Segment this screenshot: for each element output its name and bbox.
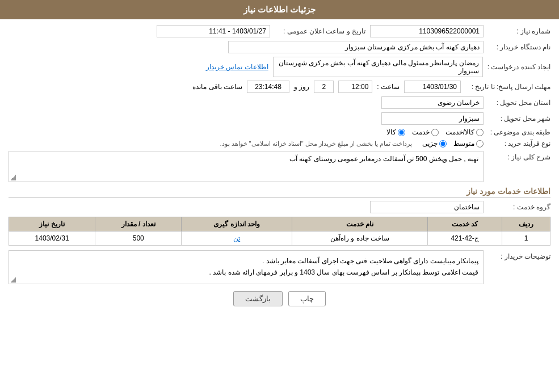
button-row: چاپ بازگشت: [9, 291, 550, 315]
col-vahed: واحد اندازه گیری: [182, 217, 292, 231]
col-tarikh: تاریخ نیاز: [9, 217, 95, 231]
mohlat-baqi-label: ساعت باقی مانده: [192, 83, 242, 91]
tabaqe-khedmat-label: خدمت: [412, 128, 430, 136]
shomara-niaz-label: شماره نیاز :: [488, 27, 550, 35]
mohlat-saat-label: ساعت :: [377, 83, 400, 91]
ijad-konande-label: ایجاد کننده درخواست :: [487, 63, 550, 71]
tosihaat-label: توضیحات خریدار :: [488, 250, 550, 260]
radio-kala[interactable]: کالا: [386, 128, 405, 136]
mohlat-saat: 12:00: [338, 81, 372, 93]
tabaqe-label: طبقه بندی موضوعی :: [488, 128, 550, 136]
nooe-farayand-label: نوع فرآیند خرید :: [488, 140, 550, 147]
table-row: 1ج-42-421ساخت جاده و راه‌آهنتن5001403/02…: [9, 231, 550, 246]
khadamat-section-title: اطلاعات خدمات مورد نیاز: [9, 187, 550, 198]
col-nam: نام خدمت: [292, 217, 428, 231]
nam-dastgah-label: نام دستگاه خریدار :: [488, 43, 550, 51]
mohlat-baqi: 23:14:48: [247, 81, 289, 93]
sharh-value: تهیه , حمل وپخش 500 تن آسفالت درمعابر عم…: [9, 151, 484, 182]
tarikh-label: تاریخ و ساعت اعلان عمومی :: [275, 27, 365, 35]
radio-khedmat[interactable]: خدمت: [412, 128, 439, 136]
ostan-label: استان محل تحویل :: [488, 99, 550, 107]
sharh-label: شرح کلی نیاز :: [488, 151, 550, 161]
tosihaat-value: پیمانکار میبایست دارای گواهی صلاحیت فنی …: [9, 250, 484, 284]
shahr-value: سبزوار: [381, 112, 484, 125]
resize-handle-note[interactable]: [10, 277, 16, 283]
print-button[interactable]: چاپ: [288, 291, 326, 306]
nooe-note: پرداخت تمام یا بخشی از مبلغ خریداز محل "…: [220, 140, 412, 147]
nooe-mottaset-label: متوسط: [453, 140, 474, 147]
nooe-jozi-label: جزیی: [422, 140, 438, 147]
mohlat-label: مهلت ارسال پاسخ: تا تاریخ :: [465, 83, 550, 91]
resize-handle[interactable]: [10, 175, 16, 180]
mohlat-date: 1403/01/30: [404, 81, 461, 93]
page-header: جزئیات اطلاعات نیاز: [0, 0, 559, 19]
gorooh-label: گروه خدمت :: [488, 203, 550, 211]
radio-jozi[interactable]: جزیی: [422, 140, 447, 147]
radio-kala-khedmat[interactable]: کالا/خدمت: [445, 128, 484, 136]
services-table: ردیف کد خدمت نام خدمت واحد اندازه گیری ت…: [9, 217, 550, 246]
ijad-konande-link[interactable]: اطلاعات تماس خریدار: [206, 63, 268, 71]
mohlat-roz-label: روز و: [294, 83, 309, 91]
back-button[interactable]: بازگشت: [233, 291, 283, 306]
col-tedad: تعداد / مقدار: [95, 217, 182, 231]
radio-mottaset[interactable]: متوسط: [453, 140, 484, 147]
tarikh-value: 1403/01/27 - 11:41: [157, 25, 270, 37]
tabaqe-kala-khedmat-label: کالا/خدمت: [445, 128, 474, 136]
page-title: جزئیات اطلاعات نیاز: [243, 5, 316, 14]
col-radif: ردیف: [502, 217, 550, 231]
col-kod: کد خدمت: [428, 217, 502, 231]
gorooh-value: ساختمان: [370, 201, 484, 213]
shomara-niaz-value: 1103096522000001: [370, 25, 484, 37]
ijad-konande-value: رمضان پارسانظر مسئول مالی دهیاری کهنه آب…: [273, 57, 483, 77]
tabaqe-kala-label: کالا: [386, 128, 396, 136]
ostan-value: خراسان رضوی: [381, 96, 484, 109]
shahr-label: شهر محل تحویل :: [488, 115, 550, 123]
mohlat-roz: 2: [314, 81, 334, 93]
nam-dastgah-value: دهیاری کهنه آب بخش مرکزی شهرستان سبزوار: [228, 41, 484, 53]
